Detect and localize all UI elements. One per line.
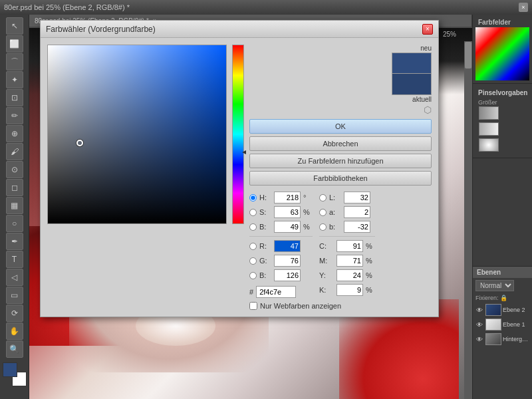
hex-input[interactable]	[256, 286, 296, 298]
b2-row: b:	[319, 220, 375, 233]
color-swatch-area[interactable]	[475, 27, 529, 80]
tool-zoom[interactable]: 🔍	[6, 340, 23, 358]
blue-radio[interactable]	[249, 272, 257, 279]
title-bar-title: 80er.psd bei 25% (Ebene 2, RGB/8#) *	[4, 3, 519, 11]
hsb-rgb-inputs: H: ° S: % B:	[249, 191, 313, 298]
y-unit: %	[366, 271, 375, 279]
red-radio[interactable]	[249, 243, 257, 250]
red-input[interactable]	[274, 240, 301, 252]
layer-row-1[interactable]: 👁 Ebene 1	[473, 317, 532, 332]
l-radio[interactable]	[319, 194, 327, 201]
red-label: R:	[259, 242, 271, 250]
cancel-button[interactable]: Abbrechen	[249, 136, 432, 151]
tool-path-select[interactable]: ◁	[6, 269, 23, 286]
tool-lasso[interactable]: ⌒	[6, 53, 23, 70]
canvas-scrollbar[interactable]	[464, 41, 472, 399]
foreground-color-swatch[interactable]	[3, 362, 17, 377]
c-input[interactable]	[336, 240, 363, 252]
web-colors-row: Nur Webfarben anzeigen	[249, 302, 432, 310]
layer-row-2[interactable]: 👁 Ebene 2	[473, 303, 532, 317]
web-colors-checkbox[interactable]	[249, 302, 257, 310]
green-radio[interactable]	[249, 257, 257, 265]
tool-magic-wand[interactable]: ✦	[6, 71, 23, 88]
green-label: G:	[259, 257, 271, 265]
tool-hand[interactable]: ✋	[6, 323, 23, 340]
a-radio[interactable]	[319, 209, 327, 216]
layer-thumb-2	[485, 304, 501, 316]
layer-eye-1[interactable]: 👁	[475, 320, 484, 329]
l-input[interactable]	[344, 192, 370, 203]
pinsel-swatch-2[interactable]	[479, 122, 499, 136]
layer-row-bg[interactable]: 👁 Hintergrund	[473, 332, 532, 346]
preview-neu-label: neu	[420, 45, 432, 52]
web-colors-label: Nur Webfarben anzeigen	[260, 302, 341, 310]
a-input[interactable]	[344, 206, 370, 218]
color-gradient-picker[interactable]	[47, 45, 227, 224]
layer-name-2: Ebene 2	[503, 307, 530, 313]
blue-input[interactable]	[274, 269, 301, 281]
brightness-input[interactable]	[274, 221, 301, 233]
a-label: a:	[329, 208, 341, 216]
dialog-close-btn[interactable]: ×	[422, 24, 433, 35]
hue-radio[interactable]	[249, 194, 257, 201]
hue-row: H: °	[249, 191, 313, 204]
y-row: Y: %	[319, 269, 375, 282]
dialog-right-panel: neu aktuell ⬡ OK Abbrechen Zu Farbfelder…	[249, 45, 432, 310]
layer-eye-2[interactable]: 👁	[475, 305, 484, 315]
web-safe-icon: ⬡	[424, 104, 432, 115]
saturation-input[interactable]	[274, 206, 301, 218]
pinsel-swatch-1[interactable]	[479, 106, 499, 120]
tool-eyedropper[interactable]: ✏	[6, 107, 23, 124]
saturation-row: S: %	[249, 205, 313, 219]
m-unit: %	[366, 257, 375, 265]
b2-radio[interactable]	[319, 223, 327, 231]
pinsel-section: Pinselvorgaben Größer	[473, 84, 532, 158]
tool-brush[interactable]: 🖌	[6, 143, 23, 160]
swatch-gradient	[475, 27, 529, 80]
tool-text[interactable]: T	[6, 251, 23, 268]
tool-eraser[interactable]: ◻	[6, 179, 23, 196]
groesser-label: Größer	[478, 99, 527, 106]
tool-healing[interactable]: ⊕	[6, 125, 23, 142]
tool-3d-rotate[interactable]: ⟳	[6, 305, 23, 322]
tool-select-rect[interactable]: ⬜	[6, 35, 23, 53]
saturation-radio[interactable]	[249, 209, 257, 216]
hue-input[interactable]	[274, 192, 301, 203]
b2-input[interactable]	[344, 221, 370, 233]
tool-pen[interactable]: ✒	[6, 233, 23, 250]
color-libraries-button[interactable]: Farbbibliotheken	[249, 171, 432, 186]
brightness-unit: %	[303, 223, 313, 231]
pinsel-panel: Pinselvorgaben Größer	[475, 86, 529, 155]
blue-label: B:	[259, 271, 271, 279]
hue-unit: °	[303, 194, 313, 201]
scroll-thumb[interactable]	[465, 42, 471, 68]
layer-eye-bg[interactable]: 👁	[475, 334, 484, 344]
fg-bg-colors[interactable]	[3, 362, 27, 386]
green-input[interactable]	[274, 255, 301, 267]
ok-button[interactable]: OK	[249, 119, 432, 134]
red-row: R:	[249, 239, 313, 253]
tool-shape[interactable]: ▭	[6, 287, 23, 304]
tool-clone-stamp[interactable]: ⊙	[6, 161, 23, 178]
blend-mode-select[interactable]: Normal	[475, 280, 514, 291]
hue-gradient	[233, 45, 243, 223]
tool-dodge[interactable]: ○	[6, 215, 23, 232]
hue-slider[interactable]	[232, 45, 244, 224]
opacity-row: Fixieren: 🔒	[473, 293, 532, 303]
dialog-title-text: Farbwähler (Vordergrundfarbe)	[46, 25, 156, 34]
pinsel-swatch-3[interactable]	[479, 138, 499, 152]
title-bar-close-btn[interactable]: ×	[519, 3, 528, 12]
tool-crop[interactable]: ⊡	[6, 89, 23, 106]
brightness-radio[interactable]	[249, 223, 257, 231]
brightness-row: B: %	[249, 220, 313, 233]
k-input[interactable]	[336, 284, 363, 296]
add-to-swatches-button[interactable]: Zu Farbfeldern hinzufügen	[249, 154, 432, 168]
tool-move[interactable]: ↖	[6, 17, 23, 35]
swatches-section: Farbfelder	[473, 15, 532, 84]
y-input[interactable]	[336, 269, 363, 281]
m-input[interactable]	[336, 255, 363, 267]
tool-gradient[interactable]: ▦	[6, 197, 23, 214]
layers-title: Ebenen	[473, 267, 532, 278]
preview-swatches: neu aktuell ⬡	[249, 45, 432, 115]
color-inputs: H: ° S: % B:	[249, 191, 432, 298]
